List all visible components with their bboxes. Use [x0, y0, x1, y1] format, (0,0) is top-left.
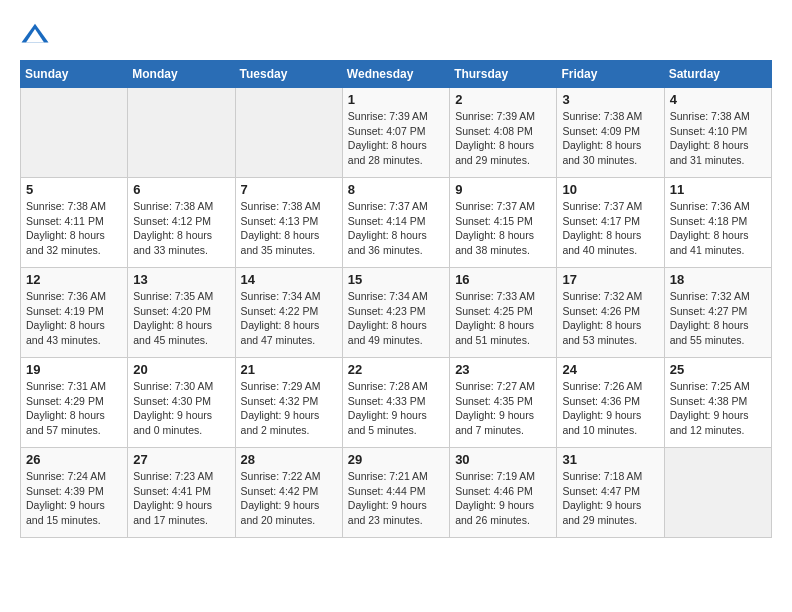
day-info: Sunrise: 7:23 AM Sunset: 4:41 PM Dayligh… [133, 469, 229, 528]
day-info: Sunrise: 7:26 AM Sunset: 4:36 PM Dayligh… [562, 379, 658, 438]
calendar-cell: 4Sunrise: 7:38 AM Sunset: 4:10 PM Daylig… [664, 88, 771, 178]
calendar-cell: 23Sunrise: 7:27 AM Sunset: 4:35 PM Dayli… [450, 358, 557, 448]
day-number: 23 [455, 362, 551, 377]
day-number: 28 [241, 452, 337, 467]
weekday-header: Saturday [664, 61, 771, 88]
logo [20, 20, 54, 50]
calendar-cell: 6Sunrise: 7:38 AM Sunset: 4:12 PM Daylig… [128, 178, 235, 268]
day-number: 14 [241, 272, 337, 287]
day-info: Sunrise: 7:38 AM Sunset: 4:13 PM Dayligh… [241, 199, 337, 258]
day-number: 3 [562, 92, 658, 107]
day-number: 16 [455, 272, 551, 287]
day-info: Sunrise: 7:39 AM Sunset: 4:08 PM Dayligh… [455, 109, 551, 168]
calendar-cell: 1Sunrise: 7:39 AM Sunset: 4:07 PM Daylig… [342, 88, 449, 178]
day-number: 24 [562, 362, 658, 377]
day-number: 22 [348, 362, 444, 377]
day-info: Sunrise: 7:22 AM Sunset: 4:42 PM Dayligh… [241, 469, 337, 528]
day-number: 18 [670, 272, 766, 287]
day-number: 6 [133, 182, 229, 197]
calendar-cell: 29Sunrise: 7:21 AM Sunset: 4:44 PM Dayli… [342, 448, 449, 538]
day-info: Sunrise: 7:35 AM Sunset: 4:20 PM Dayligh… [133, 289, 229, 348]
day-info: Sunrise: 7:38 AM Sunset: 4:10 PM Dayligh… [670, 109, 766, 168]
day-info: Sunrise: 7:18 AM Sunset: 4:47 PM Dayligh… [562, 469, 658, 528]
calendar-week-row: 26Sunrise: 7:24 AM Sunset: 4:39 PM Dayli… [21, 448, 772, 538]
calendar-cell: 3Sunrise: 7:38 AM Sunset: 4:09 PM Daylig… [557, 88, 664, 178]
day-number: 21 [241, 362, 337, 377]
day-number: 12 [26, 272, 122, 287]
calendar-cell: 8Sunrise: 7:37 AM Sunset: 4:14 PM Daylig… [342, 178, 449, 268]
calendar-cell: 14Sunrise: 7:34 AM Sunset: 4:22 PM Dayli… [235, 268, 342, 358]
day-info: Sunrise: 7:39 AM Sunset: 4:07 PM Dayligh… [348, 109, 444, 168]
day-info: Sunrise: 7:37 AM Sunset: 4:14 PM Dayligh… [348, 199, 444, 258]
day-number: 11 [670, 182, 766, 197]
calendar-body: 1Sunrise: 7:39 AM Sunset: 4:07 PM Daylig… [21, 88, 772, 538]
calendar-cell [21, 88, 128, 178]
day-info: Sunrise: 7:36 AM Sunset: 4:18 PM Dayligh… [670, 199, 766, 258]
calendar-cell: 17Sunrise: 7:32 AM Sunset: 4:26 PM Dayli… [557, 268, 664, 358]
calendar-cell: 7Sunrise: 7:38 AM Sunset: 4:13 PM Daylig… [235, 178, 342, 268]
day-number: 8 [348, 182, 444, 197]
day-number: 1 [348, 92, 444, 107]
day-number: 15 [348, 272, 444, 287]
day-info: Sunrise: 7:34 AM Sunset: 4:22 PM Dayligh… [241, 289, 337, 348]
day-info: Sunrise: 7:29 AM Sunset: 4:32 PM Dayligh… [241, 379, 337, 438]
day-info: Sunrise: 7:32 AM Sunset: 4:26 PM Dayligh… [562, 289, 658, 348]
day-number: 2 [455, 92, 551, 107]
calendar-cell: 18Sunrise: 7:32 AM Sunset: 4:27 PM Dayli… [664, 268, 771, 358]
day-number: 29 [348, 452, 444, 467]
calendar-cell: 26Sunrise: 7:24 AM Sunset: 4:39 PM Dayli… [21, 448, 128, 538]
calendar-cell: 30Sunrise: 7:19 AM Sunset: 4:46 PM Dayli… [450, 448, 557, 538]
day-number: 4 [670, 92, 766, 107]
calendar-cell: 12Sunrise: 7:36 AM Sunset: 4:19 PM Dayli… [21, 268, 128, 358]
calendar-header: SundayMondayTuesdayWednesdayThursdayFrid… [21, 61, 772, 88]
calendar-cell: 28Sunrise: 7:22 AM Sunset: 4:42 PM Dayli… [235, 448, 342, 538]
day-number: 5 [26, 182, 122, 197]
weekday-header: Wednesday [342, 61, 449, 88]
calendar-cell: 27Sunrise: 7:23 AM Sunset: 4:41 PM Dayli… [128, 448, 235, 538]
calendar-cell: 21Sunrise: 7:29 AM Sunset: 4:32 PM Dayli… [235, 358, 342, 448]
calendar-cell: 11Sunrise: 7:36 AM Sunset: 4:18 PM Dayli… [664, 178, 771, 268]
day-info: Sunrise: 7:31 AM Sunset: 4:29 PM Dayligh… [26, 379, 122, 438]
day-info: Sunrise: 7:37 AM Sunset: 4:17 PM Dayligh… [562, 199, 658, 258]
day-info: Sunrise: 7:21 AM Sunset: 4:44 PM Dayligh… [348, 469, 444, 528]
calendar-cell: 19Sunrise: 7:31 AM Sunset: 4:29 PM Dayli… [21, 358, 128, 448]
calendar-cell: 31Sunrise: 7:18 AM Sunset: 4:47 PM Dayli… [557, 448, 664, 538]
day-info: Sunrise: 7:24 AM Sunset: 4:39 PM Dayligh… [26, 469, 122, 528]
calendar-cell: 16Sunrise: 7:33 AM Sunset: 4:25 PM Dayli… [450, 268, 557, 358]
calendar-cell: 5Sunrise: 7:38 AM Sunset: 4:11 PM Daylig… [21, 178, 128, 268]
weekday-header: Tuesday [235, 61, 342, 88]
day-info: Sunrise: 7:37 AM Sunset: 4:15 PM Dayligh… [455, 199, 551, 258]
day-info: Sunrise: 7:33 AM Sunset: 4:25 PM Dayligh… [455, 289, 551, 348]
day-info: Sunrise: 7:19 AM Sunset: 4:46 PM Dayligh… [455, 469, 551, 528]
day-number: 10 [562, 182, 658, 197]
calendar-cell [128, 88, 235, 178]
calendar-cell [664, 448, 771, 538]
page-header [20, 20, 772, 50]
day-number: 7 [241, 182, 337, 197]
day-info: Sunrise: 7:38 AM Sunset: 4:12 PM Dayligh… [133, 199, 229, 258]
day-number: 31 [562, 452, 658, 467]
day-number: 19 [26, 362, 122, 377]
day-number: 17 [562, 272, 658, 287]
day-number: 26 [26, 452, 122, 467]
calendar-cell: 9Sunrise: 7:37 AM Sunset: 4:15 PM Daylig… [450, 178, 557, 268]
calendar-cell: 13Sunrise: 7:35 AM Sunset: 4:20 PM Dayli… [128, 268, 235, 358]
day-info: Sunrise: 7:38 AM Sunset: 4:11 PM Dayligh… [26, 199, 122, 258]
day-info: Sunrise: 7:28 AM Sunset: 4:33 PM Dayligh… [348, 379, 444, 438]
day-number: 9 [455, 182, 551, 197]
logo-icon [20, 20, 50, 50]
weekday-row: SundayMondayTuesdayWednesdayThursdayFrid… [21, 61, 772, 88]
calendar-cell: 15Sunrise: 7:34 AM Sunset: 4:23 PM Dayli… [342, 268, 449, 358]
calendar-cell: 22Sunrise: 7:28 AM Sunset: 4:33 PM Dayli… [342, 358, 449, 448]
weekday-header: Sunday [21, 61, 128, 88]
day-number: 27 [133, 452, 229, 467]
calendar-cell: 20Sunrise: 7:30 AM Sunset: 4:30 PM Dayli… [128, 358, 235, 448]
day-number: 13 [133, 272, 229, 287]
day-info: Sunrise: 7:34 AM Sunset: 4:23 PM Dayligh… [348, 289, 444, 348]
day-number: 20 [133, 362, 229, 377]
weekday-header: Monday [128, 61, 235, 88]
calendar-cell: 24Sunrise: 7:26 AM Sunset: 4:36 PM Dayli… [557, 358, 664, 448]
day-info: Sunrise: 7:38 AM Sunset: 4:09 PM Dayligh… [562, 109, 658, 168]
calendar-week-row: 1Sunrise: 7:39 AM Sunset: 4:07 PM Daylig… [21, 88, 772, 178]
calendar-week-row: 5Sunrise: 7:38 AM Sunset: 4:11 PM Daylig… [21, 178, 772, 268]
